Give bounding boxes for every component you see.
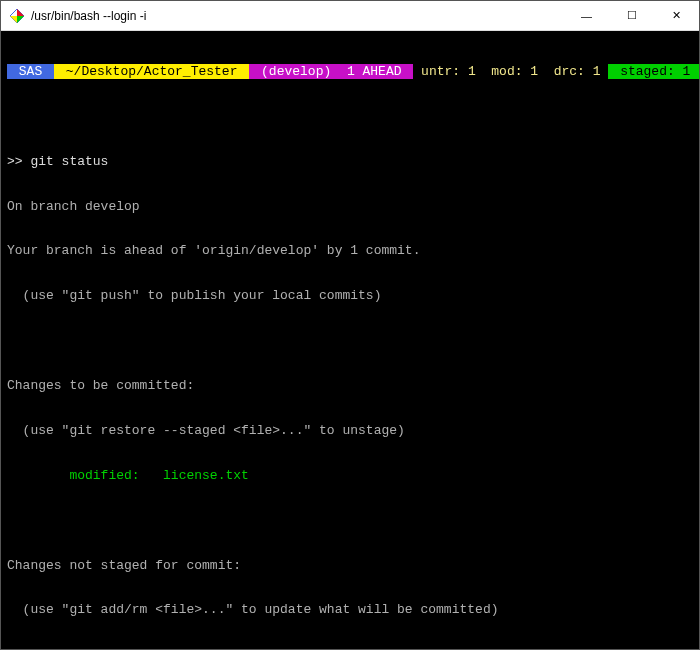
minimize-button[interactable]: — (564, 1, 609, 30)
titlebar[interactable]: /usr/bin/bash --login -i — ☐ ✕ (1, 1, 699, 31)
output-line: (use "git add/rm <file>..." to update wh… (7, 603, 693, 618)
output-line: Changes to be committed: (7, 379, 693, 394)
output-line: On branch develop (7, 200, 693, 215)
seg-staged: staged: 1 (608, 64, 699, 79)
command-line: >> git status (7, 155, 693, 170)
output-line: (use "git push" to publish your local co… (7, 289, 693, 304)
staged-file: modified: license.txt (7, 469, 693, 484)
seg-status: untr: 1 mod: 1 drc: 1 (413, 64, 608, 79)
prompt-line-1: SAS ~/Desktop/Actor_Tester (develop) 1 A… (7, 65, 693, 80)
terminal-window: /usr/bin/bash --login -i — ☐ ✕ SAS ~/Des… (0, 0, 700, 650)
seg-sas: SAS (7, 64, 54, 79)
window-title: /usr/bin/bash --login -i (31, 9, 564, 23)
close-button[interactable]: ✕ (654, 1, 699, 30)
output-line: Your branch is ahead of 'origin/develop'… (7, 244, 693, 259)
output-line: Changes not staged for commit: (7, 559, 693, 574)
maximize-button[interactable]: ☐ (609, 1, 654, 30)
output-line: (use "git restore <file>..." to discard … (7, 648, 693, 649)
seg-branch: (develop) 1 AHEAD (249, 64, 413, 79)
seg-path: ~/Desktop/Actor_Tester (54, 64, 249, 79)
app-icon (9, 8, 25, 24)
git-status-cmd: git status (30, 154, 108, 169)
svg-marker-2 (17, 16, 24, 23)
window-controls: — ☐ ✕ (564, 1, 699, 30)
terminal-body[interactable]: SAS ~/Desktop/Actor_Tester (develop) 1 A… (1, 31, 699, 649)
output-line: (use "git restore --staged <file>..." to… (7, 424, 693, 439)
